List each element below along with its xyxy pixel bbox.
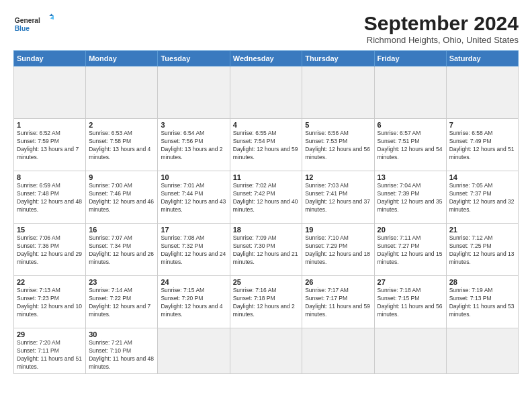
day-number: 30 (89, 330, 154, 338)
day-info: Sunrise: 6:57 AM Sunset: 7:51 PM Dayligh… (378, 130, 443, 162)
title-block: September 2024 Richmond Heights, Ohio, U… (364, 12, 519, 45)
day-info: Sunrise: 7:19 AM Sunset: 7:13 PM Dayligh… (449, 287, 515, 319)
day-number: 4 (233, 121, 299, 129)
day-info: Sunrise: 7:05 AM Sunset: 7:37 PM Dayligh… (449, 182, 515, 214)
col-thursday: Thursday (302, 51, 374, 66)
day-info: Sunrise: 7:06 AM Sunset: 7:36 PM Dayligh… (17, 234, 83, 267)
logo-svg: General Blue (13, 12, 54, 36)
day-info: Sunrise: 7:13 AM Sunset: 7:23 PM Dayligh… (17, 287, 83, 319)
day-number: 14 (449, 173, 515, 181)
calendar-cell (446, 328, 518, 374)
day-number: 12 (305, 173, 371, 181)
calendar-cell (374, 328, 446, 374)
calendar-cell: 16 Sunrise: 7:07 AM Sunset: 7:34 PM Dayl… (86, 224, 158, 276)
calendar-cell (302, 66, 374, 119)
day-info: Sunrise: 7:12 AM Sunset: 7:25 PM Dayligh… (449, 234, 515, 267)
calendar-cell (158, 66, 230, 119)
day-number: 26 (305, 278, 371, 286)
day-number: 27 (378, 278, 443, 286)
calendar-cell (230, 66, 302, 119)
col-friday: Friday (374, 51, 446, 66)
col-sunday: Sunday (14, 51, 86, 66)
calendar-cell: 19 Sunrise: 7:10 AM Sunset: 7:29 PM Dayl… (302, 224, 374, 276)
calendar-header-row: Sunday Monday Tuesday Wednesday Thursday… (14, 51, 519, 66)
calendar-cell: 17 Sunrise: 7:08 AM Sunset: 7:32 PM Dayl… (158, 224, 230, 276)
day-info: Sunrise: 7:14 AM Sunset: 7:22 PM Dayligh… (89, 287, 154, 319)
calendar-cell (446, 66, 518, 119)
day-info: Sunrise: 7:07 AM Sunset: 7:34 PM Dayligh… (89, 234, 154, 267)
day-info: Sunrise: 7:20 AM Sunset: 7:11 PM Dayligh… (17, 339, 83, 371)
calendar-cell: 26 Sunrise: 7:17 AM Sunset: 7:17 PM Dayl… (302, 276, 374, 328)
calendar-cell: 14 Sunrise: 7:05 AM Sunset: 7:37 PM Dayl… (446, 171, 518, 224)
day-info: Sunrise: 6:53 AM Sunset: 7:58 PM Dayligh… (89, 130, 154, 162)
day-info: Sunrise: 7:03 AM Sunset: 7:41 PM Dayligh… (305, 182, 371, 214)
day-number: 2 (89, 121, 154, 129)
calendar-cell: 27 Sunrise: 7:18 AM Sunset: 7:15 PM Dayl… (374, 276, 446, 328)
day-number: 9 (89, 173, 154, 181)
calendar-cell (158, 328, 230, 374)
day-number: 16 (89, 226, 154, 234)
day-number: 3 (161, 121, 226, 129)
calendar-cell: 12 Sunrise: 7:03 AM Sunset: 7:41 PM Dayl… (302, 171, 374, 224)
day-info: Sunrise: 7:15 AM Sunset: 7:20 PM Dayligh… (161, 287, 226, 319)
location: Richmond Heights, Ohio, United States (364, 35, 519, 45)
calendar-cell: 8 Sunrise: 6:59 AM Sunset: 7:48 PM Dayli… (14, 171, 86, 224)
calendar-cell: 5 Sunrise: 6:56 AM Sunset: 7:53 PM Dayli… (302, 119, 374, 171)
day-info: Sunrise: 6:52 AM Sunset: 7:59 PM Dayligh… (17, 130, 83, 162)
day-number: 22 (17, 278, 83, 286)
svg-text:General: General (15, 17, 40, 24)
day-info: Sunrise: 7:10 AM Sunset: 7:29 PM Dayligh… (305, 234, 371, 267)
calendar-cell: 18 Sunrise: 7:09 AM Sunset: 7:30 PM Dayl… (230, 224, 302, 276)
day-info: Sunrise: 7:09 AM Sunset: 7:30 PM Dayligh… (233, 234, 299, 267)
svg-text:Blue: Blue (15, 25, 30, 32)
day-number: 19 (305, 226, 371, 234)
day-info: Sunrise: 7:21 AM Sunset: 7:10 PM Dayligh… (89, 339, 154, 371)
day-number: 21 (449, 226, 515, 234)
calendar-cell (374, 66, 446, 119)
day-number: 15 (17, 226, 83, 234)
day-info: Sunrise: 7:01 AM Sunset: 7:44 PM Dayligh… (161, 182, 226, 214)
calendar-cell: 6 Sunrise: 6:57 AM Sunset: 7:51 PM Dayli… (374, 119, 446, 171)
day-number: 10 (161, 173, 226, 181)
day-number: 23 (89, 278, 154, 286)
calendar-cell: 4 Sunrise: 6:55 AM Sunset: 7:54 PM Dayli… (230, 119, 302, 171)
day-number: 13 (378, 173, 443, 181)
day-number: 20 (378, 226, 443, 234)
day-number: 6 (378, 121, 443, 129)
day-number: 18 (233, 226, 299, 234)
calendar-cell (14, 66, 86, 119)
page: General Blue September 2024 Richmond Hei… (0, 0, 532, 411)
day-info: Sunrise: 7:08 AM Sunset: 7:32 PM Dayligh… (161, 234, 226, 267)
header: General Blue September 2024 Richmond Hei… (13, 12, 519, 45)
calendar-cell: 15 Sunrise: 7:06 AM Sunset: 7:36 PM Dayl… (14, 224, 86, 276)
calendar-cell: 10 Sunrise: 7:01 AM Sunset: 7:44 PM Dayl… (158, 171, 230, 224)
day-info: Sunrise: 6:55 AM Sunset: 7:54 PM Dayligh… (233, 130, 299, 162)
day-number: 28 (449, 278, 515, 286)
calendar-cell: 23 Sunrise: 7:14 AM Sunset: 7:22 PM Dayl… (86, 276, 158, 328)
col-monday: Monday (86, 51, 158, 66)
day-info: Sunrise: 6:54 AM Sunset: 7:56 PM Dayligh… (161, 130, 226, 162)
day-number: 24 (161, 278, 226, 286)
day-info: Sunrise: 7:02 AM Sunset: 7:42 PM Dayligh… (233, 182, 299, 214)
calendar-cell: 2 Sunrise: 6:53 AM Sunset: 7:58 PM Dayli… (86, 119, 158, 171)
calendar-cell: 11 Sunrise: 7:02 AM Sunset: 7:42 PM Dayl… (230, 171, 302, 224)
day-number: 17 (161, 226, 226, 234)
day-number: 5 (305, 121, 371, 129)
day-info: Sunrise: 7:04 AM Sunset: 7:39 PM Dayligh… (378, 182, 443, 214)
calendar-cell: 9 Sunrise: 7:00 AM Sunset: 7:46 PM Dayli… (86, 171, 158, 224)
calendar-cell: 13 Sunrise: 7:04 AM Sunset: 7:39 PM Dayl… (374, 171, 446, 224)
calendar-cell (302, 328, 374, 374)
day-info: Sunrise: 6:56 AM Sunset: 7:53 PM Dayligh… (305, 130, 371, 162)
day-number: 1 (17, 121, 83, 129)
day-number: 25 (233, 278, 299, 286)
col-tuesday: Tuesday (158, 51, 230, 66)
calendar-cell: 3 Sunrise: 6:54 AM Sunset: 7:56 PM Dayli… (158, 119, 230, 171)
day-number: 7 (449, 121, 515, 129)
day-info: Sunrise: 7:11 AM Sunset: 7:27 PM Dayligh… (378, 234, 443, 267)
calendar-cell: 20 Sunrise: 7:11 AM Sunset: 7:27 PM Dayl… (374, 224, 446, 276)
day-info: Sunrise: 7:17 AM Sunset: 7:17 PM Dayligh… (305, 287, 371, 319)
calendar-cell (230, 328, 302, 374)
calendar-cell: 22 Sunrise: 7:13 AM Sunset: 7:23 PM Dayl… (14, 276, 86, 328)
calendar-cell: 7 Sunrise: 6:58 AM Sunset: 7:49 PM Dayli… (446, 119, 518, 171)
day-info: Sunrise: 7:00 AM Sunset: 7:46 PM Dayligh… (89, 182, 154, 214)
